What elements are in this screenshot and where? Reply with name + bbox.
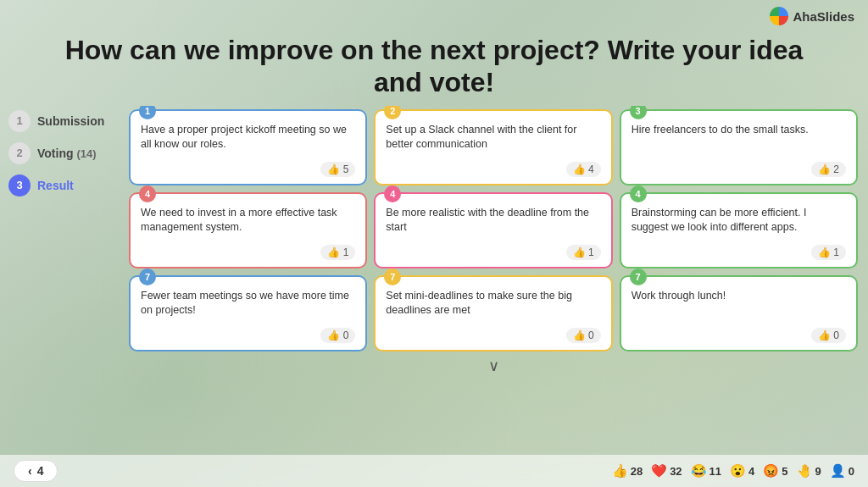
card-text-8: Set mini-deadlines to make sure the big … — [386, 285, 600, 323]
hand-icon: 🤚 — [797, 463, 813, 479]
page-title: How can we improve on the next project? … — [51, 34, 817, 99]
sidebar-num-result: 3 — [8, 174, 31, 196]
card-5: 4 Be more realistic with the deadline fr… — [374, 192, 612, 268]
card-text-3: Hire freelancers to do the small tasks. — [632, 119, 846, 157]
card-votes-4: 👍 1 — [141, 245, 355, 260]
wow-count: 4 — [748, 465, 754, 478]
card-9: 7 Work through lunch! 👍 0 — [620, 275, 858, 351]
reactions-bar: 👍 28 ❤️ 32 😂 11 😮 4 😡 5 🤚 9 — [612, 463, 854, 479]
reaction-user: 👤 0 — [830, 463, 854, 479]
card-text-1: Have a proper project kickoff meeting so… — [141, 119, 355, 157]
card-num-5: 4 — [384, 185, 401, 202]
card-text-7: Fewer team meetings so we have more time… — [141, 285, 355, 323]
card-num-4: 4 — [139, 185, 156, 202]
nav-prev-button[interactable]: ‹ 4 — [14, 460, 58, 482]
card-votes-3: 👍 2 — [632, 162, 846, 177]
logo-text: AhaSlides — [793, 9, 854, 24]
main-area: 1 Submission 2 Voting (14) 3 Result 1 — [0, 106, 868, 455]
card-votes-8: 👍 0 — [386, 328, 600, 343]
cards-area: 1 Have a proper project kickoff meeting … — [127, 106, 860, 455]
card-num-9: 7 — [630, 268, 647, 285]
card-7: 7 Fewer team meetings so we have more ti… — [129, 275, 367, 351]
sidebar-num-submission: 1 — [8, 110, 31, 132]
logo: AhaSlides — [770, 7, 854, 25]
card-num-7: 7 — [139, 268, 156, 285]
reaction-heart: ❤️ 32 — [651, 463, 682, 479]
logo-icon — [770, 7, 788, 25]
card-2: 2 Set up a Slack channel with the client… — [374, 109, 612, 185]
reaction-raise-hand: 🤚 9 — [797, 463, 821, 479]
card-votes-5: 👍 1 — [386, 245, 600, 260]
heart-count: 32 — [670, 465, 682, 478]
wow-icon: 😮 — [730, 463, 746, 479]
card-6: 4 Brainstorming can be more efficient. I… — [620, 192, 858, 268]
card-text-5: Be more realistic with the deadline from… — [386, 202, 600, 240]
user-count: 0 — [849, 465, 854, 478]
vote-badge-3: 👍 2 — [811, 162, 846, 177]
chevron-down-icon[interactable]: ∨ — [488, 357, 499, 375]
main-content: AhaSlides How can we improve on the next… — [0, 0, 868, 487]
title-section: How can we improve on the next project? … — [0, 25, 868, 106]
chevron-area: ∨ — [127, 355, 860, 377]
card-votes-7: 👍 0 — [141, 328, 355, 343]
reaction-wow: 😮 4 — [730, 463, 754, 479]
sidebar-label-submission: Submission — [37, 114, 104, 128]
sidebar-num-voting: 2 — [8, 142, 31, 164]
vote-badge-9: 👍 0 — [811, 328, 846, 343]
angry-icon: 😡 — [763, 463, 779, 479]
card-votes-2: 👍 4 — [386, 162, 600, 177]
card-num-2: 2 — [384, 106, 401, 119]
sidebar-item-submission[interactable]: 1 Submission — [8, 110, 119, 132]
card-text-9: Work through lunch! — [632, 285, 846, 323]
laugh-count: 11 — [709, 465, 721, 478]
bottom-bar: ‹ 4 👍 28 ❤️ 32 😂 11 😮 4 😡 5 — [0, 455, 868, 487]
card-3: 3 Hire freelancers to do the small tasks… — [620, 109, 858, 185]
vote-badge-4: 👍 1 — [320, 245, 355, 260]
sidebar-item-voting[interactable]: 2 Voting (14) — [8, 142, 119, 164]
sidebar-label-result: Result — [37, 179, 74, 192]
card-votes-6: 👍 1 — [632, 245, 846, 260]
reaction-angry: 😡 5 — [763, 463, 787, 479]
header: AhaSlides — [0, 0, 868, 25]
vote-badge-8: 👍 0 — [566, 328, 601, 343]
sidebar: 1 Submission 2 Voting (14) 3 Result — [8, 106, 119, 455]
reaction-laugh: 😂 11 — [691, 463, 721, 479]
card-text-2: Set up a Slack channel with the client f… — [386, 119, 600, 157]
cards-grid: 1 Have a proper project kickoff meeting … — [127, 106, 860, 355]
vote-badge-6: 👍 1 — [811, 245, 846, 260]
card-8: 7 Set mini-deadlines to make sure the bi… — [374, 275, 612, 351]
card-1: 1 Have a proper project kickoff meeting … — [129, 109, 367, 185]
thumbsup-icon: 👍 — [612, 463, 628, 479]
card-votes-1: 👍 5 — [141, 162, 355, 177]
card-num-8: 7 — [384, 268, 401, 285]
angry-count: 5 — [782, 465, 787, 478]
user-icon: 👤 — [830, 463, 846, 479]
vote-badge-1: 👍 5 — [320, 162, 355, 177]
vote-badge-7: 👍 0 — [320, 328, 355, 343]
sidebar-label-voting: Voting (14) — [37, 147, 97, 160]
sidebar-item-result[interactable]: 3 Result — [8, 174, 119, 196]
nav-prev-icon: ‹ — [28, 464, 32, 478]
card-text-6: Brainstorming can be more efficient. I s… — [632, 202, 846, 240]
heart-icon: ❤️ — [651, 463, 667, 479]
card-4: 4 We need to invest in a more effective … — [129, 192, 367, 268]
vote-badge-5: 👍 1 — [566, 245, 601, 260]
laugh-icon: 😂 — [691, 463, 707, 479]
vote-badge-2: 👍 4 — [566, 162, 601, 177]
reaction-thumbsup: 👍 28 — [612, 463, 643, 479]
thumbsup-count: 28 — [631, 465, 643, 478]
card-num-1: 1 — [139, 106, 156, 119]
page-number: 4 — [37, 464, 44, 478]
card-votes-9: 👍 0 — [632, 328, 846, 343]
card-num-3: 3 — [630, 106, 647, 119]
hand-count: 9 — [815, 465, 821, 478]
card-text-4: We need to invest in a more effective ta… — [141, 202, 355, 240]
card-num-6: 4 — [630, 185, 647, 202]
